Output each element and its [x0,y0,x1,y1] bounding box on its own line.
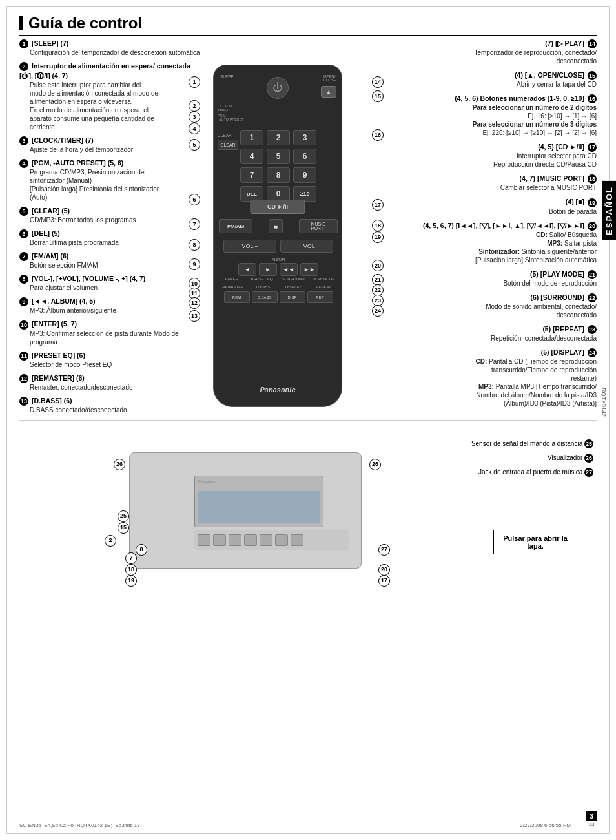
dev-btn-3[interactable] [229,534,241,546]
right-item-desc-16: Para seleccionar un número de 2 dígitosE… [409,103,597,137]
right-item-title-16: (4, 5, 6) Botones numerados [1-9, 0, ≥10… [455,94,584,102]
right-item-title-24: (5) [DISPLAY] [541,348,584,356]
callout-4: 4 [189,123,200,134]
item-num-10: 10 [19,320,28,330]
clear-label: CLEAR [218,133,232,138]
dev-callout-7: 7 [125,552,137,564]
right-item-17: (4, 5) [CD ►/II] 17 Interruptor selector… [409,142,597,169]
album-row: ALBUM ◄ ► ◄◄ ►► [219,258,338,276]
item-5: 5 [CLEAR] (5) CD/MP3: Borrar todos los p… [19,206,200,224]
section-divider [19,420,597,421]
cd-play-button[interactable]: CD ►/II [251,200,305,214]
pgm-label: PGM-AUTO PRESET [218,114,250,121]
item-13: 13 [D.BASS] (6) D.BASS conectado/descone… [19,396,200,414]
power-button[interactable]: ⏻ [267,77,289,99]
dev-btn-5[interactable] [260,534,272,546]
remaster-button[interactable]: REM [224,291,250,303]
remote-panasonic-logo: Panasonic [260,386,295,394]
item-title-9: [◄◄, ALBUM] (4, 5) [32,297,96,305]
dev-btn-1[interactable] [198,534,210,546]
btn-8[interactable]: 8 [267,167,290,183]
item-title-11: [PRESET EQ] (6) [32,352,85,359]
right-item-22: (6) [SURROUND] 22 Modo de sonido ambient… [409,293,597,319]
repeat-button[interactable]: REP [307,291,333,303]
right-num-21: 21 [588,270,597,279]
jack-label: Jack de entrada al puerto de música 27 [464,468,593,477]
display-text: Panasonic [198,479,216,483]
item-num-4: 4 [19,159,28,168]
right-item-23: (5) [REPEAT] 23 Repetición, conectada/de… [409,324,597,342]
right-num-22: 22 [588,293,597,302]
display-button[interactable]: DISP [280,291,305,303]
right-item-20: (4, 5, 6, 7) [I◄◄], [▽], [►►I, ▲], [▽/◄◄… [409,221,597,264]
right-num-23: 23 [588,325,597,334]
btn-9[interactable]: 9 [293,167,316,183]
btn-5[interactable]: 5 [267,149,290,164]
btn-3[interactable]: 3 [293,130,316,145]
left-column: 1 [SLEEP] (7) Configuración del temporiz… [19,39,200,419]
btn-1[interactable]: 1 [240,130,263,145]
btn-6[interactable]: 6 [293,149,316,164]
item-10: 10 [ENTER] (5, 7) MP3: Confirmar selecci… [19,319,200,346]
device-diagram: Panasonic 26 25 15 2 8 7 18 19 26 27 20 … [77,439,400,588]
dev-btn-2[interactable] [213,534,226,546]
dev-callout-8: 8 [136,544,147,556]
vol-minus-button[interactable]: VOL – [223,240,276,253]
callout-13: 13 [189,310,200,322]
callout-5: 5 [189,139,200,151]
item-num-3: 3 [19,136,28,145]
prev-album-button[interactable]: ◄ [238,263,256,276]
item-title-10: [ENTER] (5, 7) [32,320,77,328]
item-title-12: [REMASTER] (6) [32,374,85,382]
dev-btn-4[interactable] [244,534,257,546]
item-num-8: 8 [19,275,28,284]
right-num-20: 20 [588,222,597,231]
item-title-1: [SLEEP] (7) [32,39,68,47]
item-title-13: [D.BASS] (6) [32,397,72,404]
right-item-desc-22: Modo de sonido ambiental, conectado/desc… [409,302,597,319]
item-desc-6: Borrar última pista programada [30,238,200,247]
right-num-18: 18 [588,174,597,184]
fwd-button[interactable]: ►► [300,263,318,276]
music-port-button[interactable]: MUSICPORT [299,219,338,233]
item-desc-7: Botón selección FM/AM [30,261,200,269]
right-item-16: (4, 5, 6) Botones numerados [1-9, 0, ≥10… [409,94,597,137]
open-close-button[interactable]: ▲ [321,86,336,98]
item-title-6: [DEL] (5) [32,229,60,237]
right-num-14: 14 [588,39,597,48]
vol-plus-button[interactable]: + VOL [280,240,333,253]
item-desc-2: Pulse este interruptor para cambiar delm… [30,81,200,131]
enter-row: ENTER PRESET EQ SURROUND PLAY MODE [219,277,338,282]
pulsar-text: Pulsar para abrir la tapa. [503,534,568,550]
callout-8: 8 [189,239,200,251]
rew-button[interactable]: ◄◄ [280,263,298,276]
btn-2[interactable]: 2 [267,130,290,145]
right-item-desc-15: Abrir y cerrar la tapa del CD [409,80,597,89]
right-item-24: (5) [DISPLAY] 24 CD: Pantalla CD (Tiempo… [409,348,597,408]
right-item-title-20: (4, 5, 6, 7) [I◄◄], [▽], [►►I, ▲], [▽/◄◄… [423,222,584,229]
dev-btn-7[interactable] [291,534,303,546]
btn-7[interactable]: 7 [240,167,263,183]
right-num-19: 19 [588,198,597,207]
title-bar-decoration [19,16,23,30]
right-column: (7) [▷ PLAY] 14 Temporizador de reproduc… [409,39,597,413]
dbass-button[interactable]: D.BASS [252,291,278,303]
side-code: RQTX0142 [601,388,607,417]
dev-btn-6[interactable] [275,534,288,546]
item-desc-12: Remaster, conectado/desconectado [30,383,200,392]
callout-17: 17 [372,199,384,211]
btn-4[interactable]: 4 [240,149,263,164]
fm-am-row: FM/AM ■ MUSICPORT [219,219,338,233]
lower-right-labels: Sensor de señal del mando a distancia 25… [464,439,593,477]
device-controls [194,530,349,550]
item-6: 6 [DEL] (5) Borrar última pista programa… [19,229,200,247]
next-album-button[interactable]: ► [259,263,277,276]
item-3: 3 [CLOCK/TIMER] (7) Ajuste de la hora y … [19,136,200,154]
item-desc-5: CD/MP3: Borrar todos los programas [30,216,200,224]
stop-button[interactable]: ■ [269,219,283,233]
fm-am-button[interactable]: FM/AM [219,219,252,233]
page-num-box: 3 [586,811,597,821]
dev-callout-15: 15 [118,522,129,534]
item-1: 1 [SLEEP] (7) Configuración del temporiz… [19,39,200,57]
item-desc-9: MP3: Álbum anterior/siguiente [30,306,200,315]
